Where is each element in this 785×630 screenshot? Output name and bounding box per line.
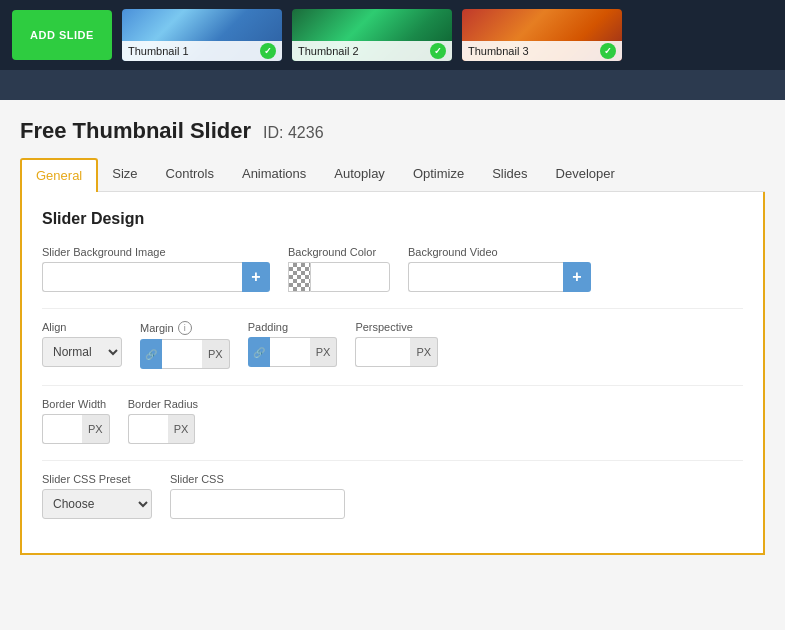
perspective-unit: PX (410, 337, 438, 367)
thumbnail-1[interactable]: Thumbnail 1 ✓ (122, 9, 282, 61)
padding-unit: PX (310, 337, 338, 367)
css-preset-select[interactable]: Choose (42, 489, 152, 519)
form-group-border-radius: Border Radius 0 PX (128, 398, 198, 444)
panel-title: Slider Design (42, 210, 743, 228)
bg-video-add-button[interactable]: + (563, 262, 591, 292)
perspective-input-row: 1000 PX (355, 337, 438, 367)
video-input-row: + (408, 262, 591, 292)
dark-separator (0, 70, 785, 100)
bg-color-input[interactable]: FFFFFF00 (310, 262, 390, 292)
tab-size[interactable]: Size (98, 158, 151, 191)
border-width-label: Border Width (42, 398, 110, 410)
tab-controls[interactable]: Controls (152, 158, 228, 191)
thumbnail-bar: ADD SLIDE Thumbnail 1 ✓ Thumbnail 2 ✓ Th… (0, 0, 785, 70)
color-checker-icon[interactable] (288, 262, 310, 292)
add-slide-button[interactable]: ADD SLIDE (12, 10, 112, 60)
form-row-border: Border Width 0 PX Border Radius 0 PX (42, 398, 743, 444)
perspective-input[interactable]: 1000 (355, 337, 410, 367)
bg-image-input[interactable] (42, 262, 242, 292)
margin-label: Margin i (140, 321, 230, 335)
form-group-css-preset: Slider CSS Preset Choose (42, 473, 152, 519)
tab-general[interactable]: General (20, 158, 98, 192)
divider-1 (42, 308, 743, 309)
padding-input[interactable]: 0 (270, 337, 310, 367)
margin-link-icon[interactable]: 🔗 (140, 339, 162, 369)
tab-slides[interactable]: Slides (478, 158, 541, 191)
thumbnail-2[interactable]: Thumbnail 2 ✓ (292, 9, 452, 61)
thumbnail-2-check: ✓ (430, 43, 446, 59)
form-group-slider-css: Slider CSS (170, 473, 345, 519)
tab-developer[interactable]: Developer (542, 158, 629, 191)
thumbnail-1-check: ✓ (260, 43, 276, 59)
bg-image-input-row: + (42, 262, 270, 292)
bg-color-label: Background Color (288, 246, 390, 258)
border-width-input-row: 0 PX (42, 414, 110, 444)
form-group-perspective: Perspective 1000 PX (355, 321, 438, 367)
page-title: Free Thumbnail Slider (20, 118, 251, 144)
form-group-bg-video: Background Video + (408, 246, 591, 292)
margin-unit: PX (202, 339, 230, 369)
tab-autoplay[interactable]: Autoplay (320, 158, 399, 191)
bg-video-input[interactable] (408, 262, 563, 292)
border-radius-unit: PX (168, 414, 196, 444)
form-row-backgrounds: Slider Background Image + Background Col… (42, 246, 743, 292)
tabs-row: General Size Controls Animations Autopla… (20, 158, 765, 192)
padding-label: Padding (248, 321, 338, 333)
bg-image-add-button[interactable]: + (242, 262, 270, 292)
thumbnail-2-label: Thumbnail 2 (298, 45, 359, 57)
divider-3 (42, 460, 743, 461)
page-title-row: Free Thumbnail Slider ID: 4236 (20, 118, 765, 144)
align-select[interactable]: Normal Center Left Right (42, 337, 122, 367)
thumbnail-3[interactable]: Thumbnail 3 ✓ (462, 9, 622, 61)
margin-input[interactable]: 0 (162, 339, 202, 369)
slider-design-panel: Slider Design Slider Background Image + … (20, 192, 765, 555)
form-group-padding: Padding 🔗 0 PX (248, 321, 338, 367)
margin-info-icon[interactable]: i (178, 321, 192, 335)
border-radius-input[interactable]: 0 (128, 414, 168, 444)
divider-2 (42, 385, 743, 386)
color-input-row: FFFFFF00 (288, 262, 390, 292)
slider-css-label: Slider CSS (170, 473, 345, 485)
perspective-label: Perspective (355, 321, 438, 333)
tab-animations[interactable]: Animations (228, 158, 320, 191)
border-width-unit: PX (82, 414, 110, 444)
padding-link-icon[interactable]: 🔗 (248, 337, 270, 367)
main-content: Free Thumbnail Slider ID: 4236 General S… (0, 100, 785, 575)
align-label: Align (42, 321, 122, 333)
form-row-css: Slider CSS Preset Choose Slider CSS (42, 473, 743, 519)
thumbnail-3-check: ✓ (600, 43, 616, 59)
slider-css-textarea[interactable] (170, 489, 345, 519)
form-group-bg-image: Slider Background Image + (42, 246, 270, 292)
thumbnail-3-label: Thumbnail 3 (468, 45, 529, 57)
page-id: ID: 4236 (263, 124, 323, 142)
form-group-bg-color: Background Color FFFFFF00 (288, 246, 390, 292)
padding-input-row: 🔗 0 PX (248, 337, 338, 367)
form-group-border-width: Border Width 0 PX (42, 398, 110, 444)
bg-image-label: Slider Background Image (42, 246, 270, 258)
form-group-margin: Margin i 🔗 0 PX (140, 321, 230, 369)
border-radius-label: Border Radius (128, 398, 198, 410)
css-preset-label: Slider CSS Preset (42, 473, 152, 485)
border-radius-input-row: 0 PX (128, 414, 198, 444)
thumbnail-1-label: Thumbnail 1 (128, 45, 189, 57)
form-row-layout: Align Normal Center Left Right Margin i … (42, 321, 743, 369)
margin-input-row: 🔗 0 PX (140, 339, 230, 369)
border-width-input[interactable]: 0 (42, 414, 82, 444)
bg-video-label: Background Video (408, 246, 591, 258)
form-group-align: Align Normal Center Left Right (42, 321, 122, 367)
tab-optimize[interactable]: Optimize (399, 158, 478, 191)
